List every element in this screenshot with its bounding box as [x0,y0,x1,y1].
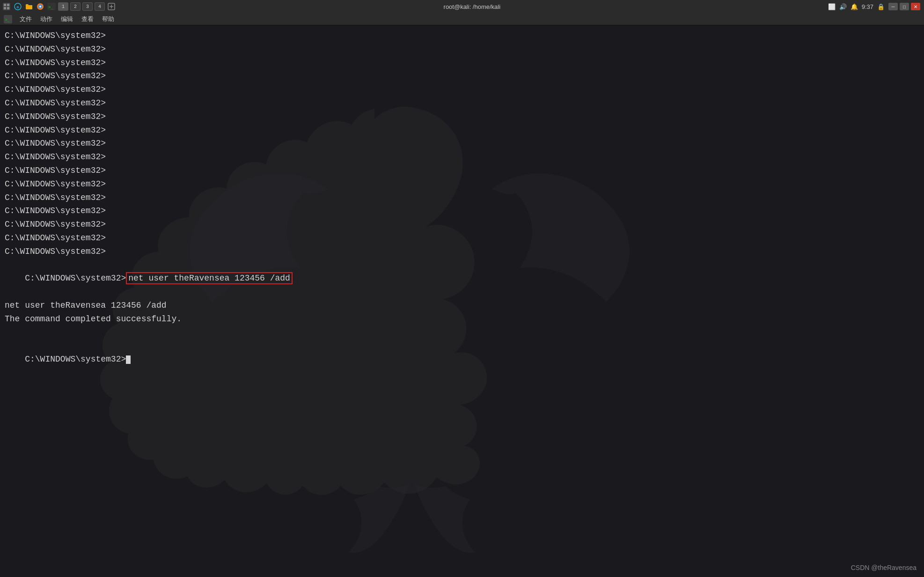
app-icon[interactable] [2,2,11,11]
new-tab-icon[interactable] [107,2,116,11]
menu-edit[interactable]: 编辑 [57,14,77,24]
screen-icon: ⬜ [828,3,836,10]
tab-button-2[interactable]: 2 [70,2,81,11]
terminal-line: C:\WINDOWS\system32> [5,245,919,259]
tab-button-4[interactable]: 4 [95,2,105,11]
terminal-line: C:\WINDOWS\system32> [5,164,919,178]
command-line[interactable]: C:\WINDOWS\system32>net user theRavensea… [5,259,919,299]
terminal-line: C:\WINDOWS\system32> [5,137,919,150]
window-controls: ─ □ ✕ [888,3,920,10]
output-line-2: The command completed successfully. [5,312,919,326]
close-button[interactable]: ✕ [911,3,920,10]
terminal-area: C:\WINDOWS\system32> C:\WINDOWS\system32… [0,25,924,577]
svg-text:>_: >_ [5,18,10,22]
svg-text:⊕: ⊕ [16,5,19,10]
svg-rect-1 [4,4,6,6]
menu-file[interactable]: 文件 [16,14,36,24]
folder-icon[interactable] [24,2,34,11]
terminal-line: C:\WINDOWS\system32> [5,231,919,245]
firefox-icon[interactable] [36,2,45,11]
svg-rect-3 [4,7,6,9]
terminal-menu-icon: >_ [4,15,12,23]
highlighted-command: net user theRavensea 123456 /add [126,272,293,284]
terminal-line: C:\WINDOWS\system32> [5,191,919,205]
terminal-line: C:\WINDOWS\system32> [5,110,919,124]
final-prompt: C:\WINDOWS\system32> [25,355,126,364]
csdn-watermark: CSDN @theRavensea [851,564,917,571]
menu-view[interactable]: 查看 [78,14,97,24]
minimize-button[interactable]: ─ [888,3,898,10]
terminal-line: C:\WINDOWS\system32> [5,124,919,137]
menu-help[interactable]: 帮助 [98,14,118,24]
taskbar: ⊕ >_ 1 2 3 4 [0,0,924,13]
terminal-line: C:\WINDOWS\system32> [5,204,919,218]
window-title: root@kali: /home/kali [444,3,501,10]
terminal-line: C:\WINDOWS\system32> [5,56,919,70]
terminal-line: C:\WINDOWS\system32> [5,69,919,83]
blank-line [5,326,919,340]
output-line-1: net user theRavensea 123456 /add [5,299,919,312]
taskbar-left: ⊕ >_ 1 2 3 4 [0,2,116,11]
terminal-line: C:\WINDOWS\system32> [5,178,919,191]
menu-action[interactable]: 动作 [37,14,56,24]
terminal-line: C:\WINDOWS\system32> [5,150,919,164]
cursor [126,355,131,364]
taskbar-center: root@kali: /home/kali [116,3,828,10]
final-prompt-line[interactable]: C:\WINDOWS\system32> [5,339,919,379]
terminal-icon[interactable]: >_ [47,2,56,11]
maximize-button[interactable]: □ [900,3,909,10]
prompt-prefix: C:\WINDOWS\system32> [25,274,126,283]
notification-icon[interactable]: 🔔 [851,3,858,10]
tab-button-3[interactable]: 3 [82,2,93,11]
terminal-line: C:\WINDOWS\system32> [5,29,919,43]
clock: 9:37 [862,3,873,10]
terminal-line: C:\WINDOWS\system32> [5,83,919,96]
menubar: >_ 文件 动作 编辑 查看 帮助 [0,13,924,25]
svg-text:>_: >_ [48,5,53,9]
svg-point-9 [39,6,41,7]
taskbar-right: ⬜ 🔊 🔔 9:37 🔒 ─ □ ✕ [828,3,924,10]
volume-icon[interactable]: 🔊 [839,3,847,10]
svg-rect-2 [7,4,9,6]
terminal-line: C:\WINDOWS\system32> [5,96,919,110]
terminal-line: C:\WINDOWS\system32> [5,43,919,56]
tab-button-1[interactable]: 1 [58,2,68,11]
lock-icon: 🔒 [877,3,885,10]
terminal-line: C:\WINDOWS\system32> [5,218,919,231]
svg-rect-4 [7,7,9,9]
os-icon[interactable]: ⊕ [13,2,22,11]
